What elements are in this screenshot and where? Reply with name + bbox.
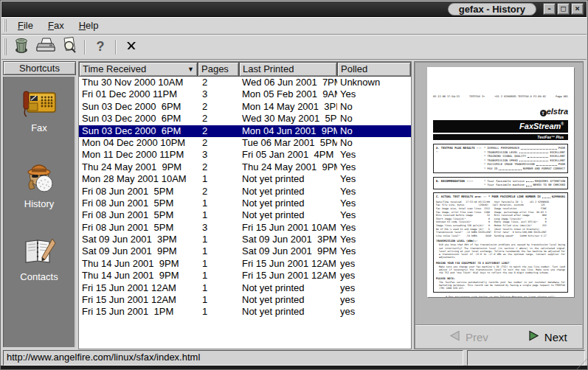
cell-time-received: Mon 28 May 2001 10AM	[79, 173, 198, 185]
table-row[interactable]: Thu 30 Nov 2000 10AM 2 Wed 06 Jun 2001 7…	[79, 77, 411, 88]
table-row[interactable]: Mon 04 Dec 2000 10PM 2 Tue 06 Mar 2001 5…	[79, 137, 411, 149]
fax-paragraphs: TRANSMISSION LEVEL (dBm):- Did you know …	[436, 240, 565, 290]
cell-polled: yes	[337, 294, 411, 306]
resize-grip[interactable]	[577, 359, 587, 369]
cell-last-printed: Not yet printed	[239, 282, 337, 294]
column-header-time-received[interactable]: Time Received ▼	[79, 62, 198, 77]
prev-arrow-icon	[449, 330, 460, 343]
cell-last-printed: Not yet printed	[239, 209, 337, 221]
table-row[interactable]: Sun 03 Dec 2000 6PM 2 Mon 14 May 2001 3P…	[79, 101, 411, 113]
testfax-subbanner: TestFax™ Plus	[433, 134, 568, 140]
shortcuts-header-button[interactable]: Shortcuts	[3, 61, 76, 75]
table-row[interactable]: Fri 08 Jun 2001 5PM 1 Not yet printed Ye…	[79, 198, 411, 209]
table-row[interactable]: Fri 08 Jun 2001 5PM 2 Not yet printed Ye…	[79, 186, 411, 198]
status-url: http://www.angelfire.com/linux/sfax/inde…	[3, 350, 463, 366]
table-row[interactable]: Fri 15 Jun 2001 12AM 1 Not yet printed y…	[79, 294, 411, 306]
table-row[interactable]: Fri 15 Jun 2001 12AM 1 Not yet printed y…	[79, 282, 411, 294]
cell-time-received: Sun 03 Dec 2000 6PM	[79, 125, 198, 137]
menu-grip[interactable]	[4, 19, 7, 31]
cell-time-received: Fri 15 Jun 2001 12AM	[79, 294, 198, 306]
table-row[interactable]: Fri 08 Jun 2001 5PM 3 Fri 15 Jun 2001 10…	[79, 222, 411, 234]
cell-last-printed: Fri 05 Jan 2001 4PM	[239, 149, 337, 161]
cell-last-printed: Mon 05 Feb 2001 9AM	[239, 88, 337, 100]
fax-footer: # For assistance with faults in the Tels…	[433, 296, 568, 297]
cell-polled: Yes	[337, 161, 411, 173]
cell-polled: yes	[337, 258, 411, 270]
sidebar-item-fax[interactable]: Fax	[4, 87, 75, 133]
delete-button[interactable]	[121, 38, 142, 57]
table-row[interactable]: Fri 08 Jun 2001 5PM 1 Not yet printed Ye…	[79, 209, 411, 221]
next-button[interactable]: Next	[528, 330, 567, 343]
cell-pages: 2	[198, 125, 239, 137]
shortcuts-sidebar: Fax	[3, 77, 76, 347]
minimize-button[interactable]: -	[543, 3, 556, 15]
fax-page-preview[interactable]: 03-12-00 17:54:33TESTFAX 3++61 2 6299868…	[427, 67, 574, 297]
status-aux-pane	[467, 350, 585, 366]
table-row[interactable]: Sun 03 Dec 2000 6PM 2 Mon 04 Jun 2001 9P…	[79, 125, 411, 137]
cell-polled: Yes	[337, 88, 411, 100]
toolbar-grip[interactable]	[4, 38, 7, 55]
cell-last-printed: Wed 06 Jun 2001 7PM	[239, 77, 337, 88]
table-row[interactable]: Sun 03 Dec 2000 6PM 2 Wed 30 May 2001 5P…	[79, 113, 411, 125]
sidebar-item-contacts[interactable]: Contacts	[4, 237, 75, 282]
cell-last-printed: Fri 15 Jun 2001 12AM	[239, 258, 337, 270]
cell-pages: 2	[198, 101, 239, 113]
trash-button[interactable]	[12, 38, 32, 57]
table-row[interactable]: Fri 01 Dec 2000 11PM 3 Mon 05 Feb 2001 9…	[79, 88, 411, 100]
table-row[interactable]: Sat 09 Jun 2001 9PM 1 Sat 09 Jun 2001 9P…	[79, 245, 411, 257]
fax-recommendation-row: * Your facsimile machine NEEDS TO BE CHE…	[484, 183, 565, 187]
menu-file[interactable]: File	[10, 18, 41, 32]
column-header-pages[interactable]: Pages	[198, 62, 239, 77]
print-button[interactable]	[35, 38, 56, 57]
toolbar: ?	[1, 35, 587, 60]
sidebar-item-history[interactable]: History	[4, 158, 75, 209]
cell-pages: 3	[198, 88, 239, 100]
printer-icon	[36, 37, 55, 57]
cell-last-printed: Wed 30 May 2001 5PM	[239, 113, 337, 125]
status-bar: http://www.angelfire.com/linux/sfax/inde…	[1, 350, 587, 366]
fax-paragraph: TRANSMISSION LEVEL (dBm):- Did you know …	[436, 240, 565, 259]
cell-polled: Yes	[337, 234, 411, 245]
cell-last-printed: Mon 14 May 2001 3PM	[239, 101, 337, 113]
cell-last-printed: Thu 24 May 2001 9PM	[239, 161, 337, 173]
title-bar[interactable]: gefax - History - □ ×	[1, 1, 587, 17]
cell-pages: 2	[198, 113, 239, 125]
fax-section-b: B. RECOMMENDATION ---- * Your facsimile …	[433, 177, 568, 189]
fax-meta-item: +61 2 62998681 TESTFAX-6 P2-09-02	[494, 95, 546, 98]
detective-icon	[4, 158, 75, 196]
table-row[interactable]: Mon 28 May 2001 10AM 1 Not yet printed Y…	[79, 173, 411, 185]
menu-help[interactable]: Help	[72, 18, 106, 32]
table-row[interactable]: Mon 11 Dec 2000 11PM 3 Fri 05 Jan 2001 4…	[79, 149, 411, 161]
cell-pages: 1	[198, 294, 239, 306]
cell-time-received: Sat 09 Jun 2001 3PM	[79, 234, 198, 245]
cell-polled: No	[337, 137, 411, 149]
cell-time-received: Thu 24 May 2001 9PM	[79, 161, 198, 173]
cell-polled: Unknown	[337, 77, 411, 88]
fax-meta-item: 03-12-00 17:54:33	[433, 95, 460, 98]
column-header-polled[interactable]: Polled	[337, 62, 411, 77]
cell-pages: 1	[198, 258, 239, 270]
maximize-button[interactable]: □	[557, 3, 570, 15]
table-row[interactable]: Thu 14 Jun 2001 9PM 1 Fri 15 Jun 2001 12…	[79, 258, 411, 270]
help-button[interactable]: ?	[90, 38, 111, 57]
cell-last-printed: Not yet printed	[239, 198, 337, 209]
table-row[interactable]: Fri 15 Jun 2001 1PM 1 Not yet printed ye…	[79, 306, 411, 318]
fax-preview-panel: 03-12-00 17:54:33TESTFAX 3++61 2 6299868…	[414, 61, 584, 349]
cell-pages: 3	[198, 149, 239, 161]
fax-section-c: C. ACTUAL TEST RESULTS are: -- * POOR FA…	[433, 192, 568, 293]
menu-fax[interactable]: Fax	[41, 18, 72, 32]
fax-meta-item: Page 001	[556, 95, 568, 98]
prev-button[interactable]: Prev	[449, 330, 488, 343]
preview-button[interactable]	[59, 38, 80, 57]
cell-polled: yes	[337, 306, 411, 318]
cell-polled: No	[337, 113, 411, 125]
table-row[interactable]: Sat 09 Jun 2001 3PM 1 Sat 09 Jun 2001 3P…	[79, 234, 411, 245]
trash-icon	[14, 37, 30, 57]
cell-pages: 2	[198, 137, 239, 149]
close-button[interactable]: ×	[571, 3, 584, 15]
table-row[interactable]: Thu 14 Jun 2001 9PM 1 Fri 15 Jun 2001 12…	[79, 270, 411, 282]
fax-stat-line: Image lines exceeding 328 pels(A)* 0 Mod…	[436, 224, 565, 228]
table-row[interactable]: Thu 24 May 2001 9PM 2 Thu 24 May 2001 9P…	[79, 161, 411, 173]
fax-stat-line: Line noise level* -54 bdBm GOOD Sending …	[436, 234, 565, 238]
column-header-last-printed[interactable]: Last Printed	[239, 62, 337, 77]
